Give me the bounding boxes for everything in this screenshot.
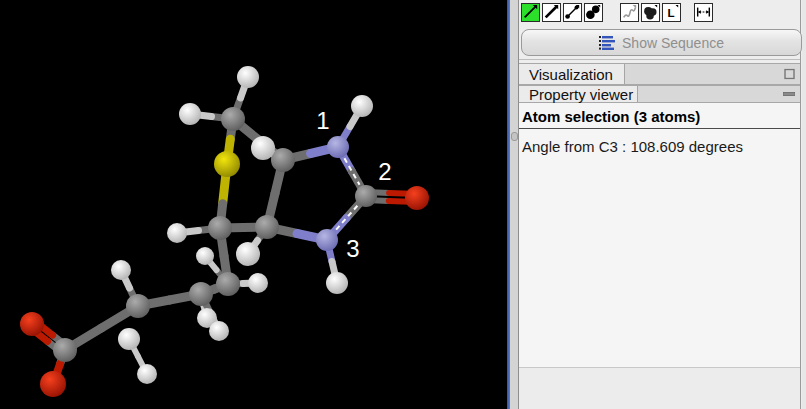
- atom-number-label: 3: [346, 235, 359, 262]
- visualization-section-header[interactable]: Visualization: [519, 63, 800, 85]
- atom-H[interactable]: [251, 136, 275, 160]
- atom-number-label: 2: [378, 158, 391, 185]
- atom-H[interactable]: [351, 95, 373, 117]
- window-right-edge: [802, 0, 806, 409]
- show-sequence-label: Show Sequence: [622, 35, 724, 51]
- minimize-dash-icon[interactable]: [783, 92, 795, 97]
- atom-H[interactable]: [137, 364, 157, 384]
- wireframe-line-icon: [522, 4, 539, 21]
- spacefill-icon: [585, 4, 602, 21]
- stick-icon: [543, 4, 560, 21]
- ball-and-stick-mode-button[interactable]: [563, 3, 582, 22]
- label-L-icon: L: [663, 4, 680, 21]
- molecule-viewport[interactable]: 123: [0, 0, 507, 409]
- atom-C[interactable]: [255, 215, 279, 239]
- ribbon-mode-button[interactable]: [620, 3, 639, 22]
- atom-H[interactable]: [167, 223, 187, 243]
- property-viewer-tab[interactable]: Property viewer: [519, 86, 638, 102]
- measure-mode-button[interactable]: [694, 3, 713, 22]
- show-sequence-button[interactable]: Show Sequence: [521, 29, 802, 56]
- surface-mode-button[interactable]: [641, 3, 660, 22]
- sequence-list-icon: [599, 36, 616, 50]
- atom-H[interactable]: [111, 260, 131, 280]
- property-viewer-content: Atom selection (3 atoms) Angle from C3 :…: [519, 103, 800, 368]
- atom-C[interactable]: [221, 107, 245, 131]
- molecule-render: 123: [0, 0, 507, 409]
- stick-mode-button[interactable]: [542, 3, 561, 22]
- spacefill-mode-button[interactable]: [584, 3, 603, 22]
- property-viewer-section-header[interactable]: Property viewer: [519, 85, 800, 103]
- svg-text:L: L: [667, 6, 674, 19]
- atom-H[interactable]: [326, 272, 348, 294]
- atom-C[interactable]: [355, 185, 377, 207]
- visualization-title: Visualization: [529, 66, 613, 83]
- atom-H[interactable]: [248, 273, 268, 293]
- surface-blob-icon: [642, 4, 659, 21]
- popout-square-icon[interactable]: [784, 69, 795, 80]
- visualization-tab[interactable]: Visualization: [519, 64, 625, 84]
- atom-H[interactable]: [179, 103, 201, 125]
- atom-selection-heading: Atom selection (3 atoms): [519, 103, 800, 128]
- atom-N[interactable]: [327, 136, 349, 158]
- atom-N[interactable]: [316, 229, 338, 251]
- atom-C[interactable]: [189, 282, 213, 306]
- atom-S[interactable]: [214, 151, 240, 177]
- panel-divider: [519, 59, 800, 60]
- atom-O[interactable]: [20, 312, 44, 336]
- atom-number-label: 1: [316, 107, 329, 134]
- angle-measurement-text: Angle from C3 : 108.609 degrees: [519, 129, 800, 155]
- atom-C[interactable]: [53, 338, 77, 362]
- property-viewer-title: Property viewer: [529, 86, 633, 103]
- atom-H[interactable]: [196, 247, 214, 265]
- label-mode-button[interactable]: L: [662, 3, 681, 22]
- atom-H[interactable]: [236, 242, 260, 266]
- side-panel: L Show Sequence: [518, 0, 801, 409]
- ball-and-stick-icon: [564, 4, 581, 21]
- panel-footer-area: [519, 368, 800, 409]
- wireframe-mode-button[interactable]: [521, 3, 540, 22]
- atom-H[interactable]: [118, 328, 140, 350]
- atom-H[interactable]: [237, 66, 259, 88]
- atom-C[interactable]: [216, 272, 240, 296]
- atom-O[interactable]: [40, 371, 66, 397]
- ribbon-squiggle-icon: [621, 4, 638, 21]
- measure-distance-icon: [695, 4, 712, 21]
- atom-C[interactable]: [208, 216, 232, 240]
- molecule-viewer-window: 123: [0, 0, 806, 409]
- atom-C[interactable]: [126, 294, 150, 318]
- atom-H[interactable]: [209, 321, 229, 341]
- atom-C[interactable]: [271, 148, 295, 172]
- splitter-grip-icon[interactable]: [511, 132, 518, 141]
- atom-O[interactable]: [405, 186, 429, 210]
